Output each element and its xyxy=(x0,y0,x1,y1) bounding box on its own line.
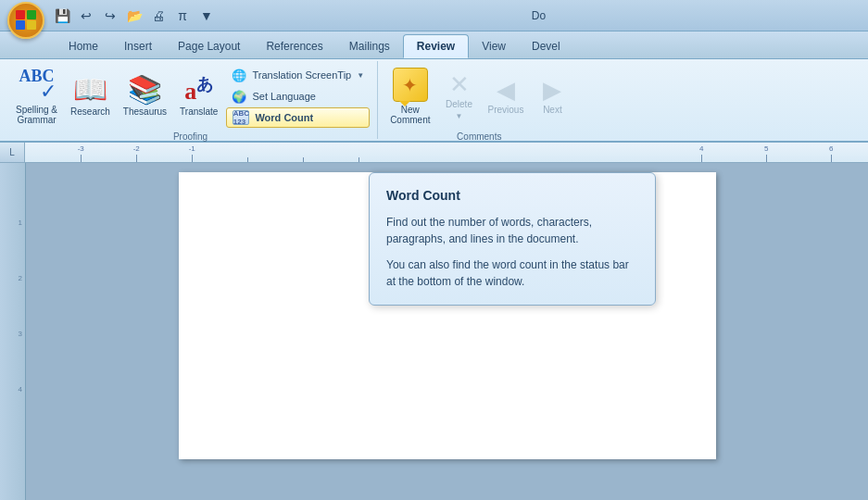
window-title: Do xyxy=(217,9,861,22)
tooltip-body: Find out the number of words, characters… xyxy=(386,214,638,290)
spelling-grammar-button[interactable]: ABC ✓ Spelling &Grammar xyxy=(11,65,62,128)
proofing-group-label: Proofing xyxy=(173,128,208,142)
set-language-label: Set Language xyxy=(252,91,316,102)
new-comment-icon: ✦ xyxy=(393,68,428,102)
ruler-mark-n3: -3 xyxy=(78,144,84,153)
spelling-icon: ABC ✓ xyxy=(19,68,55,102)
v-ruler-1: 1 xyxy=(19,219,22,227)
redo-qa-button[interactable]: ↪ xyxy=(100,6,120,26)
ribbon-tabs: Home Insert Page Layout References Maili… xyxy=(0,31,868,59)
previous-icon: ◀ xyxy=(497,78,515,102)
ruler-tick-6 xyxy=(359,157,359,162)
save-qa-button[interactable]: 💾 xyxy=(52,6,72,26)
office-logo xyxy=(16,10,36,31)
word-count-icon: ABC123 xyxy=(233,110,249,125)
ruler-corner-button[interactable]: L xyxy=(0,143,25,163)
translate-icon: aあ xyxy=(184,76,213,104)
spelling-grammar-label: Spelling &Grammar xyxy=(16,105,57,125)
tooltip-title: Word Count xyxy=(386,188,638,203)
v-ruler-4: 4 xyxy=(19,385,22,394)
office-button[interactable] xyxy=(7,2,44,39)
ruler-tick-8 xyxy=(766,155,767,162)
ruler-corner-icon: L xyxy=(9,147,15,157)
document-page-area[interactable]: Word Count Find out the number of words,… xyxy=(26,163,868,500)
ruler-mark-6: 6 xyxy=(829,144,833,153)
translation-screentip-button[interactable]: 🌐 Translation ScreenTip ▼ xyxy=(226,65,370,85)
ruler-tick-5 xyxy=(303,157,304,162)
ruler-tick-1 xyxy=(81,155,82,162)
tab-mailings[interactable]: Mailings xyxy=(336,34,403,58)
ruler-mark-4: 4 xyxy=(699,144,703,153)
previous-button[interactable]: ◀ Previous xyxy=(484,65,529,128)
tooltip-line2: You can also find the word count in the … xyxy=(386,256,638,290)
translate-label: Translate xyxy=(180,106,218,117)
title-bar: 💾 ↩ ↪ 📂 🖨 π ▼ Do xyxy=(0,0,868,31)
set-language-icon: 🌍 xyxy=(232,90,246,104)
ribbon: ABC ✓ Spelling &Grammar 📖 Research 📚 The… xyxy=(0,59,868,143)
tab-references[interactable]: References xyxy=(253,34,335,58)
comments-group: ✦ NewComment ✕ Delete ▼ ◀ Previous ▶ Nex… xyxy=(378,61,580,139)
v-ruler-2: 2 xyxy=(19,274,22,282)
comments-group-content: ✦ NewComment ✕ Delete ▼ ◀ Previous ▶ Nex… xyxy=(385,65,572,128)
tab-page-layout[interactable]: Page Layout xyxy=(165,34,253,58)
proofing-group: ABC ✓ Spelling &Grammar 📖 Research 📚 The… xyxy=(4,61,378,139)
set-language-button[interactable]: 🌍 Set Language xyxy=(226,86,370,106)
ruler-tick-3 xyxy=(192,155,193,162)
tab-view[interactable]: View xyxy=(469,34,519,58)
ruler-container: L -3 -2 -1 4 5 6 xyxy=(0,143,868,163)
quick-access-toolbar: 💾 ↩ ↪ 📂 🖨 π ▼ xyxy=(52,6,217,26)
horizontal-ruler: -3 -2 -1 4 5 6 xyxy=(25,143,868,163)
ruler-tick-2 xyxy=(136,155,137,162)
next-icon: ▶ xyxy=(543,78,561,102)
next-label: Next xyxy=(543,105,562,115)
research-icon: 📖 xyxy=(73,76,107,104)
dropdown-arrow-icon: ▼ xyxy=(357,71,364,80)
open-qa-button[interactable]: 📂 xyxy=(124,6,145,26)
ruler-mark-n1: -1 xyxy=(189,144,195,153)
tab-home[interactable]: Home xyxy=(56,34,111,58)
delete-button[interactable]: ✕ Delete ▼ xyxy=(439,65,480,128)
word-count-label: Word Count xyxy=(255,112,313,123)
new-comment-label: NewComment xyxy=(390,105,430,125)
checkmark-icon: ✓ xyxy=(40,80,57,104)
proofing-group-content: ABC ✓ Spelling &Grammar 📖 Research 📚 The… xyxy=(11,65,370,128)
thesaurus-icon: 📚 xyxy=(128,76,162,104)
v-ruler-3: 3 xyxy=(19,330,22,338)
previous-label: Previous xyxy=(488,105,524,115)
comments-group-label: Comments xyxy=(457,128,501,142)
next-button[interactable]: ▶ Next xyxy=(532,65,572,128)
ruler-mark-n2: -2 xyxy=(133,144,140,153)
word-count-button[interactable]: ABC123 Word Count xyxy=(226,107,370,128)
translation-screentip-icon: 🌐 xyxy=(232,69,246,82)
tab-insert[interactable]: Insert xyxy=(111,34,165,58)
ruler-tick-4 xyxy=(247,157,248,162)
ruler-tick-7 xyxy=(701,155,702,162)
delete-label: Delete xyxy=(446,99,472,109)
ruler-tick-9 xyxy=(831,155,832,162)
preview-qa-button[interactable]: π xyxy=(172,6,193,26)
delete-icon: ✕ xyxy=(449,72,470,96)
research-label: Research xyxy=(70,106,110,117)
thesaurus-label: Thesaurus xyxy=(123,106,167,117)
translate-button[interactable]: aあ Translate xyxy=(175,65,222,128)
undo-qa-button[interactable]: ↩ xyxy=(76,6,96,26)
thesaurus-button[interactable]: 📚 Thesaurus xyxy=(119,65,171,128)
research-button[interactable]: 📖 Research xyxy=(66,65,115,128)
new-comment-button[interactable]: ✦ NewComment xyxy=(385,65,434,128)
print-qa-button[interactable]: 🖨 xyxy=(148,6,169,26)
document-area: 1 2 3 4 Word Count Find out the number o… xyxy=(0,163,868,500)
delete-dropdown-icon: ▼ xyxy=(456,112,463,120)
tooltip-line1: Find out the number of words, characters… xyxy=(386,214,638,247)
vertical-ruler: 1 2 3 4 xyxy=(0,163,26,500)
tab-review[interactable]: Review xyxy=(403,34,469,58)
tab-developer[interactable]: Devel xyxy=(519,34,573,58)
language-tools-stack: 🌐 Translation ScreenTip ▼ 🌍 Set Language… xyxy=(226,65,370,128)
word-count-tooltip: Word Count Find out the number of words,… xyxy=(369,172,656,306)
customize-qa-button[interactable]: ▼ xyxy=(196,6,217,26)
translation-screentip-label: Translation ScreenTip xyxy=(252,69,351,81)
star-icon: ✦ xyxy=(402,74,418,96)
ruler-mark-5: 5 xyxy=(764,144,768,153)
